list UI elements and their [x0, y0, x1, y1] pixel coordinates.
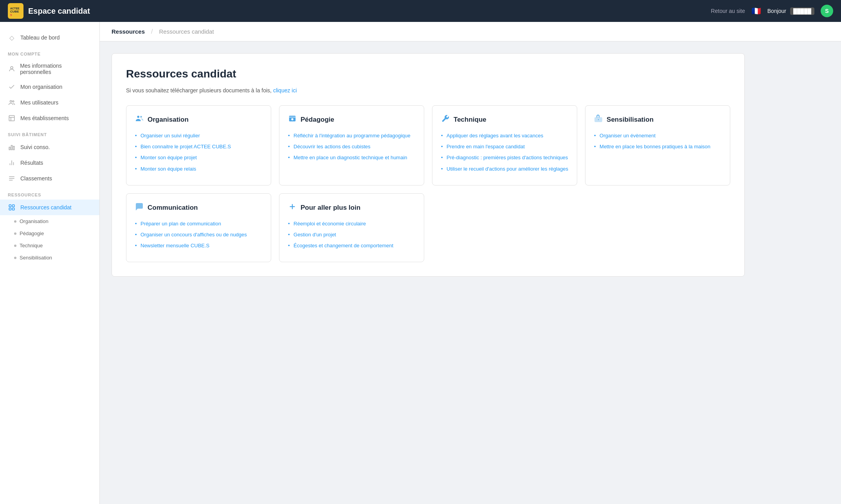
- sidebar-item-mon-organisation[interactable]: Mon organisation: [0, 79, 99, 95]
- sidebar-item-ressources-candidat[interactable]: Ressources candidat: [0, 200, 99, 215]
- svg-rect-20: [13, 205, 14, 207]
- resource-card-communication: Communication Préparer un plan de commun…: [126, 193, 271, 263]
- person-icon: [8, 65, 15, 73]
- classements-icon: [8, 175, 16, 182]
- breadcrumb-ressources-candidat[interactable]: Ressources candidat: [159, 28, 220, 35]
- svg-point-26: [291, 118, 294, 121]
- svg-rect-22: [13, 208, 14, 210]
- card-list-item[interactable]: Découvrir les actions des cubistes: [288, 143, 415, 150]
- technique-icon: [441, 114, 450, 125]
- back-to-site-link[interactable]: Retour au site: [711, 8, 745, 14]
- sidebar-sub-organisation[interactable]: Organisation: [0, 215, 99, 227]
- card-header-organisation: Organisation: [135, 114, 262, 125]
- main-layout: ◇ Tableau de bord MON COMPTE Mes informa…: [0, 22, 841, 504]
- card-list-item[interactable]: Mettre en place les bonnes pratiques à l…: [594, 143, 721, 150]
- svg-text:ACTEE: ACTEE: [10, 7, 20, 10]
- sidebar-sub-technique[interactable]: Technique: [0, 239, 99, 252]
- download-link[interactable]: cliquez ici: [273, 87, 297, 94]
- card-header-pour-aller-plus-loin: Pour aller plus loin: [288, 202, 415, 213]
- svg-point-4: [11, 67, 13, 69]
- ressources-icon: [8, 203, 16, 211]
- avatar[interactable]: S: [821, 5, 833, 17]
- breadcrumb-ressources[interactable]: Ressources: [112, 28, 151, 35]
- card-list-item[interactable]: Mettre en place un diagnostic technique …: [288, 154, 415, 161]
- sub-dot: [14, 232, 16, 235]
- content-card: Ressources candidat Si vous souhaitez té…: [112, 53, 745, 277]
- card-list-item[interactable]: Organiser un suivi régulier: [135, 132, 262, 139]
- card-title-sensibilisation: Sensibilisation: [607, 116, 654, 124]
- card-list-item[interactable]: Réemploi et économie circulaire: [288, 220, 415, 227]
- resource-card-sensibilisation: Sensibilisation Organiser un évènementMe…: [585, 105, 730, 185]
- sidebar-item-suivi-conso[interactable]: Suivi conso.: [0, 139, 99, 155]
- app-title: Espace candidat: [28, 7, 90, 16]
- sub-dot: [14, 220, 16, 223]
- card-list-item[interactable]: Organiser un concours d'affiches ou de n…: [135, 231, 262, 238]
- card-list-item[interactable]: Organiser un évènement: [594, 132, 721, 139]
- svg-point-6: [13, 101, 14, 102]
- communication-icon: [135, 202, 144, 213]
- sidebar-item-mes-infos[interactable]: Mes informations personnelles: [0, 59, 99, 79]
- cards-row-1: Organisation Organiser un suivi régulier…: [126, 105, 730, 185]
- page-title: Ressources candidat: [126, 68, 730, 80]
- card-list-pedagogie: Réfléchir à l'intégration au programme p…: [288, 132, 415, 162]
- card-list-item[interactable]: Préparer un plan de communication: [135, 220, 262, 227]
- logo-area: ACTEE CUBE 5 Espace candidat: [8, 3, 90, 19]
- svg-rect-7: [9, 115, 14, 121]
- card-list-item[interactable]: Réfléchir à l'intégration au programme p…: [288, 132, 415, 139]
- card-list-item[interactable]: Gestion d'un projet: [288, 231, 415, 238]
- section-ressources: RESSOURCES: [0, 186, 99, 200]
- header-right: Retour au site 🇫🇷 Bonjour █████ S: [711, 5, 833, 17]
- card-list-technique: Appliquer des réglages avant les vacance…: [441, 132, 568, 173]
- card-list-communication: Préparer un plan de communicationOrganis…: [135, 220, 262, 250]
- card-header-pedagogie: Pédagogie: [288, 114, 415, 125]
- card-list-item[interactable]: Newsletter mensuelle CUBE.S: [135, 242, 262, 249]
- results-icon: [8, 159, 16, 167]
- sub-dot: [14, 257, 16, 259]
- card-title-organisation: Organisation: [148, 116, 189, 124]
- card-list-item[interactable]: Bien connaitre le projet ACTEE CUBE.S: [135, 143, 262, 150]
- card-title-communication: Communication: [148, 204, 198, 212]
- card-list-item[interactable]: Prendre en main l'espace candidat: [441, 143, 568, 150]
- card-title-pour-aller-plus-loin: Pour aller plus loin: [301, 204, 360, 212]
- sidebar-item-classements[interactable]: Classements: [0, 171, 99, 186]
- svg-text:5: 5: [10, 13, 12, 17]
- sidebar-item-resultats[interactable]: Résultats: [0, 155, 99, 171]
- svg-rect-12: [13, 146, 14, 150]
- svg-rect-19: [9, 205, 11, 207]
- svg-rect-10: [9, 147, 10, 150]
- card-list-item[interactable]: Pré-diagnostic : premières pistes d'acti…: [441, 154, 568, 161]
- card-title-technique: Technique: [454, 116, 486, 124]
- breadcrumb: Ressources / Ressources candidat: [100, 22, 841, 41]
- resource-card-pedagogie: Pédagogie Réfléchir à l'intégration au p…: [279, 105, 424, 185]
- language-flag[interactable]: 🇫🇷: [751, 6, 761, 16]
- page-subtitle: Si vous souhaitez télécharger plusieurs …: [126, 87, 730, 94]
- resource-card-technique: Technique Appliquer des réglages avant l…: [432, 105, 577, 185]
- sidebar-sub-sensibilisation[interactable]: Sensibilisation: [0, 252, 99, 264]
- cards-row-2: Communication Préparer un plan de commun…: [126, 193, 730, 263]
- card-title-pedagogie: Pédagogie: [301, 116, 334, 124]
- card-header-communication: Communication: [135, 202, 262, 213]
- card-list-item[interactable]: Utiliser le recueil d'actions pour améli…: [441, 166, 568, 173]
- building-icon: [8, 114, 16, 122]
- card-list-item[interactable]: Écogestes et changement de comportement: [288, 242, 415, 249]
- sub-dot: [14, 245, 16, 247]
- sidebar-sub-pedagogie[interactable]: Pédagogie: [0, 227, 99, 239]
- breadcrumb-separator: /: [151, 28, 153, 35]
- sidebar-item-mes-utilisateurs[interactable]: Mes utilisateurs: [0, 95, 99, 110]
- card-list-item[interactable]: Monter son équipe relais: [135, 166, 262, 173]
- dashboard-icon: ◇: [8, 34, 16, 41]
- resource-card-organisation: Organisation Organiser un suivi régulier…: [126, 105, 271, 185]
- sidebar-item-dashboard[interactable]: ◇ Tableau de bord: [0, 30, 99, 45]
- card-list-item[interactable]: Appliquer des réglages avant les vacance…: [441, 132, 568, 139]
- sidebar-item-mes-etablissements[interactable]: Mes établissements: [0, 110, 99, 126]
- svg-point-5: [10, 101, 12, 103]
- app-header: ACTEE CUBE 5 Espace candidat Retour au s…: [0, 0, 841, 22]
- check-icon: [8, 83, 16, 91]
- svg-point-24: [140, 116, 142, 118]
- logo-icon: ACTEE CUBE 5: [8, 3, 23, 19]
- main-content: Ressources candidat Si vous souhaitez té…: [100, 41, 756, 504]
- card-header-technique: Technique: [441, 114, 568, 125]
- card-list-item[interactable]: Monter son équipe projet: [135, 154, 262, 161]
- sidebar: ◇ Tableau de bord MON COMPTE Mes informa…: [0, 22, 100, 504]
- pour-aller-plus-loin-icon: [288, 202, 297, 213]
